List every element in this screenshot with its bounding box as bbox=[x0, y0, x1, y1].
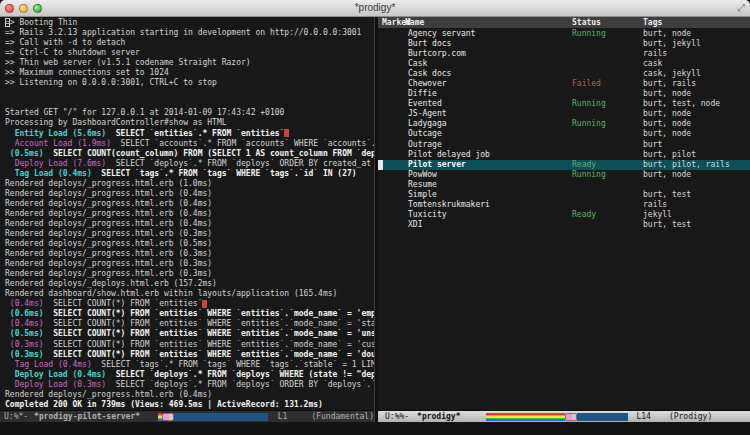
log-line: => Ctrl-C to shutdown server bbox=[5, 48, 374, 58]
process-row[interactable]: PowWowRunningburt, node bbox=[378, 170, 750, 180]
process-row[interactable]: Pilot delayed jobburt, pilot bbox=[378, 150, 750, 160]
process-tags: burt, test, node bbox=[643, 99, 720, 109]
process-row[interactable]: Outrageburt bbox=[378, 140, 750, 150]
process-tags: burt, pilot bbox=[643, 150, 696, 160]
process-tags: burt, node bbox=[643, 170, 691, 180]
log-text: Rendered deploys/_deploys.html.erb (157.… bbox=[5, 279, 217, 288]
log-line: Rendered deploys/_progress.html.erb (0.3… bbox=[5, 229, 374, 239]
nyan-cat-icon bbox=[162, 413, 174, 421]
process-status: Running bbox=[572, 170, 606, 180]
process-name: Pilot delayed job bbox=[408, 150, 490, 160]
log-line: Rendered deploys/_progress.html.erb (0.4… bbox=[5, 199, 374, 209]
process-row[interactable]: Resume bbox=[378, 180, 750, 190]
process-tags: cask bbox=[643, 59, 662, 69]
process-row[interactable]: Pilot serverReadyburt, pilot, rails bbox=[378, 160, 750, 170]
log-line: Tag Load (0.4ms) SELECT `tags`.* FROM `t… bbox=[5, 169, 374, 179]
log-line: Rendered deploys/_deploys.html.erb (157.… bbox=[5, 279, 374, 289]
log-line: Rendered dashboard/show.html.erb within … bbox=[5, 289, 374, 299]
log-text: SELECT COUNT(*) FROM `entities` WHERE `e… bbox=[44, 340, 374, 349]
log-line: Rendered deploys/_progress.html.erb (0.3… bbox=[5, 249, 374, 259]
log-line: Started GET "/" for 127.0.0.1 at 2014-01… bbox=[5, 108, 374, 118]
process-tags: burt bbox=[643, 140, 662, 150]
process-row[interactable]: Burtcorp.comrails bbox=[378, 49, 750, 59]
header-name: Name bbox=[405, 17, 424, 28]
process-name: Evented bbox=[408, 99, 442, 109]
log-text: SELECT `tags`.* FROM `tags` WHERE `tags`… bbox=[92, 360, 374, 369]
log-buffer[interactable]: => Booting Thin=> Rails 3.2.13 applicati… bbox=[0, 17, 374, 410]
fullscreen-icon[interactable]: ⤢ bbox=[737, 2, 745, 14]
log-text: Entity Load (5.6ms) bbox=[5, 129, 106, 138]
log-text: SELECT `accounts`.* FROM `accounts` WHER… bbox=[111, 139, 374, 148]
log-line: Deploy Load (7.6ms) SELECT `deploys`.* F… bbox=[5, 159, 374, 169]
process-status: Running bbox=[572, 29, 606, 39]
log-text: SELECT COUNT(*) FROM `entities` bbox=[44, 299, 203, 308]
log-text: Rendered deploys/_progress.html.erb (0.3… bbox=[5, 229, 212, 238]
process-row[interactable]: Cask docscask, jekyll bbox=[378, 69, 750, 79]
log-line: Rendered deploys/_progress.html.erb (1.0… bbox=[5, 179, 374, 189]
log-text: (0.5ms) bbox=[5, 149, 44, 158]
log-text: > Booting Thin bbox=[10, 18, 77, 27]
process-name: Cask bbox=[408, 59, 427, 69]
log-text: Account Load (1.9ms) bbox=[5, 139, 111, 148]
process-row[interactable]: Diffieburt, node bbox=[378, 89, 750, 99]
log-text: Rendered deploys/_progress.html.erb (0.4… bbox=[5, 189, 212, 198]
process-name: Burtcorp.com bbox=[408, 49, 466, 59]
titlebar[interactable]: *prodigy* ⤢ bbox=[0, 0, 750, 17]
process-list[interactable]: Agency servantRunningburt, nodeBurt docs… bbox=[378, 28, 750, 410]
process-row[interactable]: Simpleburt, test bbox=[378, 190, 750, 200]
log-line: (0.5ms) SELECT COUNT(*) FROM `entities` … bbox=[5, 329, 374, 339]
log-text: (0.3ms) bbox=[5, 350, 44, 359]
log-line: (0.3ms) SELECT COUNT(*) FROM `entities` … bbox=[5, 340, 374, 350]
process-name: JS-Agent bbox=[408, 109, 447, 119]
log-line: (0.3ms) SELECT COUNT(*) FROM `entities` … bbox=[5, 350, 374, 360]
log-text: SELECT `deploys`.* FROM `deploys` ORDER … bbox=[106, 380, 374, 389]
modeline-left: U:%*- *prodigy-pilot-server* L1 (Fundame… bbox=[0, 410, 374, 422]
log-text: (0.5ms) bbox=[5, 329, 44, 338]
minibuffer[interactable] bbox=[0, 422, 750, 435]
process-row[interactable]: Caskcask bbox=[378, 59, 750, 69]
log-text: (0.3ms) bbox=[5, 340, 44, 349]
prodigy-pane[interactable]: Marked Name Status Tags Agency servantRu… bbox=[378, 17, 750, 422]
log-text: Rendered deploys/_progress.html.erb (0.4… bbox=[5, 209, 212, 218]
process-row[interactable]: LadygagaRunningburt, node bbox=[378, 119, 750, 129]
log-line: Rendered deploys/_progress.html.erb (0.3… bbox=[5, 259, 374, 269]
process-row[interactable]: ChewoverFailedburt, rails bbox=[378, 79, 750, 89]
header-tags: Tags bbox=[643, 17, 662, 28]
process-tags: jekyll bbox=[643, 210, 672, 220]
nyan-bar-right bbox=[486, 413, 628, 421]
log-line: >> Listening on 0.0.0.0:3001, CTRL+C to … bbox=[5, 78, 374, 88]
log-text: Tag Load (0.4ms) bbox=[5, 169, 92, 178]
rails-log-pane[interactable]: => Booting Thin=> Rails 3.2.13 applicati… bbox=[0, 17, 374, 422]
process-row[interactable]: Outcageburt, node bbox=[378, 129, 750, 139]
process-tags: burt, rails bbox=[643, 79, 696, 89]
process-row[interactable]: Tomtenskrukmakerirails bbox=[378, 200, 750, 210]
process-row[interactable]: TuxicityReadyjekyll bbox=[378, 210, 750, 220]
process-row[interactable]: EventedRunningburt, test, node bbox=[378, 99, 750, 109]
log-line: >> Thin web server (v1.5.1 codename Stra… bbox=[5, 58, 374, 68]
log-text: Rendered deploys/_progress.html.erb (0.3… bbox=[5, 249, 212, 258]
process-tags: burt, node bbox=[643, 29, 691, 39]
log-text: => Call with -d to detach bbox=[5, 38, 125, 47]
log-text: SELECT `deploys`.* FROM `deploys` ORDER … bbox=[106, 159, 374, 168]
log-line: Deploy Load (0.4ms) SELECT `deploys`.* F… bbox=[5, 370, 374, 380]
process-row[interactable]: Burt docsburt, jekyll bbox=[378, 39, 750, 49]
process-row[interactable]: Agency servantRunningburt, node bbox=[378, 29, 750, 39]
log-text: Deploy Load (0.3ms) bbox=[5, 380, 106, 389]
nyan-trail bbox=[174, 413, 267, 421]
process-row[interactable]: JS-Agentburt, node bbox=[378, 109, 750, 119]
log-text: Rendered deploys/_progress.html.erb (0.4… bbox=[5, 219, 212, 228]
log-line: Rendered deploys/_progress.html.erb (0.3… bbox=[5, 269, 374, 279]
process-row[interactable]: XDIburt, test bbox=[378, 220, 750, 230]
log-line: => Call with -d to detach bbox=[5, 38, 374, 48]
process-tags: burt, node bbox=[643, 129, 691, 139]
log-text: Deploy Load (0.4ms) bbox=[5, 370, 106, 379]
process-name: Simple bbox=[408, 190, 437, 200]
current-line-fringe-marker bbox=[378, 160, 383, 170]
log-text: Tag Load (0.4ms) bbox=[5, 360, 92, 369]
log-text: >> Maximum connections set to 1024 bbox=[5, 68, 169, 77]
log-text: Rendered deploys/_progress.html.erb (0.4… bbox=[5, 390, 212, 399]
log-line: >> Maximum connections set to 1024 bbox=[5, 68, 374, 78]
log-line: Completed 200 OK in 739ms (Views: 469.5m… bbox=[5, 400, 374, 410]
nyan-cat-icon bbox=[565, 413, 577, 421]
buffer-name: *prodigy-pilot-server* bbox=[34, 412, 140, 421]
